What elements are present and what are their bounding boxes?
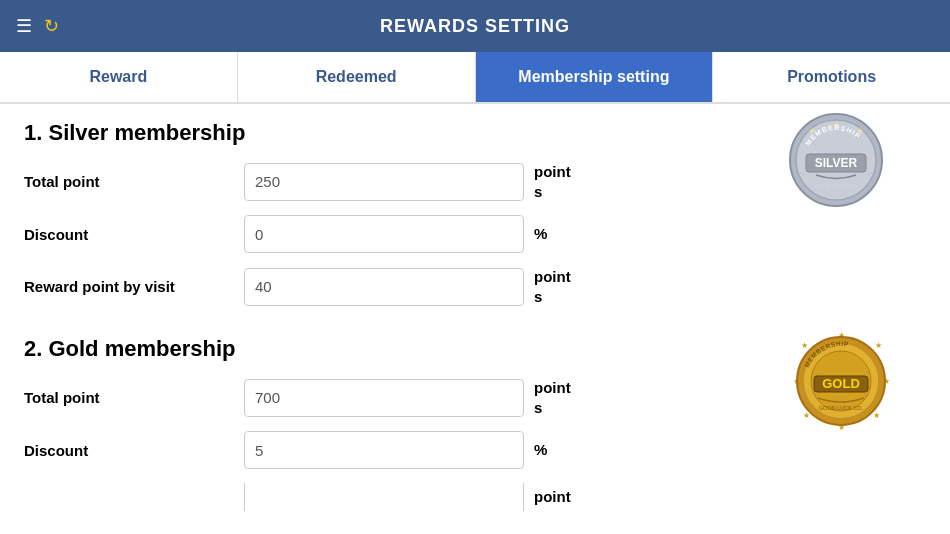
tab-bar: Reward Redeemed Membership setting Promo… bbox=[0, 52, 950, 104]
gold-reward-by-visit-row: point bbox=[24, 483, 926, 511]
svg-text:★: ★ bbox=[801, 341, 808, 350]
tab-reward[interactable]: Reward bbox=[0, 52, 238, 102]
silver-total-point-unit: points bbox=[534, 162, 571, 201]
silver-discount-label: Discount bbox=[24, 226, 244, 243]
silver-total-point-label: Total point bbox=[24, 173, 244, 190]
gold-badge: ★ ★ ★ ★ ★ ★ ★ ★ MEMBERSHIP bbox=[786, 326, 896, 440]
gold-section: 2. Gold membership ★ ★ ★ ★ ★ ★ ★ ★ bbox=[24, 336, 926, 533]
silver-reward-by-visit-row: Reward point by visit points bbox=[24, 267, 926, 306]
header: ☰ ↻ REWARDS SETTING bbox=[0, 0, 950, 52]
svg-text:★: ★ bbox=[803, 411, 810, 420]
silver-reward-by-visit-input[interactable] bbox=[244, 268, 524, 306]
svg-text:★: ★ bbox=[875, 341, 882, 350]
app-container: ☰ ↻ REWARDS SETTING Reward Redeemed Memb… bbox=[0, 0, 950, 534]
gold-reward-by-visit-unit: point bbox=[534, 487, 571, 507]
silver-section: 1. Silver membership ★ ★ ★ MEMBERSHIP bbox=[24, 120, 926, 328]
silver-discount-input[interactable] bbox=[244, 215, 524, 253]
svg-text:SILVER: SILVER bbox=[815, 156, 858, 170]
gold-total-point-unit: points bbox=[534, 378, 571, 417]
gold-discount-unit: % bbox=[534, 440, 547, 460]
svg-text:★: ★ bbox=[873, 411, 880, 420]
silver-reward-by-visit-unit: points bbox=[534, 267, 571, 306]
gold-total-point-label: Total point bbox=[24, 389, 244, 406]
refresh-icon[interactable]: ↻ bbox=[44, 15, 59, 37]
svg-text:GOOD LUCK CO.: GOOD LUCK CO. bbox=[819, 405, 864, 411]
menu-icon[interactable]: ☰ bbox=[16, 15, 32, 37]
gold-discount-label: Discount bbox=[24, 442, 244, 459]
silver-total-point-input[interactable] bbox=[244, 163, 524, 201]
gold-discount-input[interactable] bbox=[244, 431, 524, 469]
silver-discount-row: Discount % bbox=[24, 215, 926, 253]
tab-membership-setting[interactable]: Membership setting bbox=[476, 52, 714, 102]
svg-text:GOOD LUCK CO.: GOOD LUCK CO. bbox=[814, 183, 859, 189]
content-area: 1. Silver membership ★ ★ ★ MEMBERSHIP bbox=[0, 104, 950, 534]
page-title: REWARDS SETTING bbox=[380, 16, 570, 37]
silver-reward-by-visit-label: Reward point by visit bbox=[24, 278, 244, 295]
tab-redeemed[interactable]: Redeemed bbox=[238, 52, 476, 102]
silver-discount-unit: % bbox=[534, 224, 547, 244]
gold-reward-by-visit-input[interactable] bbox=[244, 483, 524, 511]
svg-text:GOLD: GOLD bbox=[822, 376, 860, 391]
tab-promotions[interactable]: Promotions bbox=[713, 52, 950, 102]
gold-total-point-input[interactable] bbox=[244, 379, 524, 417]
silver-badge: ★ ★ ★ MEMBERSHIP SILVER GOOD LUCK CO. bbox=[786, 110, 886, 214]
